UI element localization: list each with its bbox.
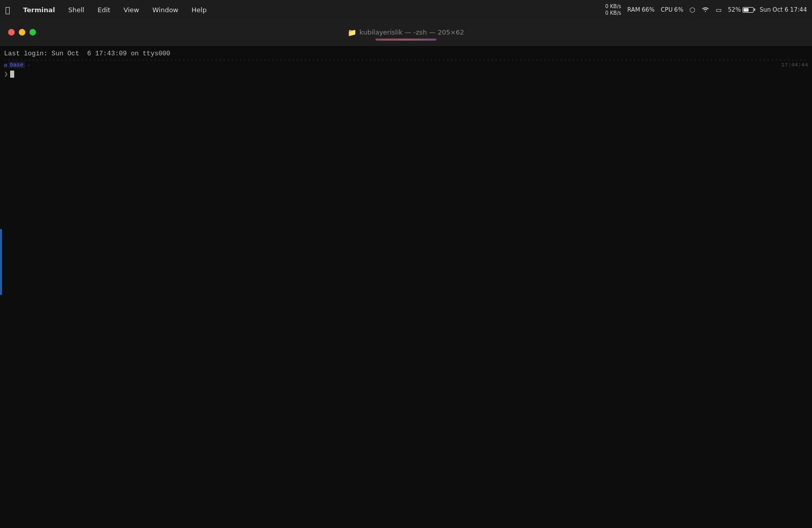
menu-window[interactable]: Window <box>150 5 180 15</box>
network-stats: 0 KB/s 0 KB/s <box>605 3 622 16</box>
menubar:  Terminal Shell Edit View Window Help 0… <box>0 0 812 19</box>
menu-terminal[interactable]: Terminal <box>21 5 57 15</box>
network-download: 0 KB/s <box>605 10 622 16</box>
terminal-window: 📁 kubilayerislik — -zsh — 205×62 Last lo… <box>0 19 812 528</box>
ram-status: RAM 66% <box>627 6 655 13</box>
left-accent-bar <box>0 229 2 295</box>
inline-status: ⊞ base - 17:44:44 <box>4 61 808 69</box>
title-bar: 📁 kubilayerislik — -zsh — 205×62 <box>0 19 812 46</box>
ram-label: RAM <box>627 6 640 13</box>
maximize-button[interactable] <box>29 29 36 36</box>
apple-menu-icon[interactable]:  <box>5 5 10 15</box>
prompt-dash: - <box>27 62 30 68</box>
prompt-arrow: ❯ <box>4 70 8 78</box>
menu-view[interactable]: View <box>121 5 141 15</box>
battery-icon <box>742 7 754 13</box>
last-login-line: Last login: Sun Oct 6 17:43:09 on ttys00… <box>4 49 808 59</box>
screen-mirror-icon[interactable]: ▭ <box>716 6 722 14</box>
tab-hint <box>376 39 436 41</box>
conda-env-label: base <box>9 62 25 68</box>
menu-edit[interactable]: Edit <box>95 5 112 15</box>
traffic-lights <box>8 29 36 36</box>
conda-icon: ⊞ <box>4 62 8 69</box>
network-upload: 0 KB/s <box>605 3 622 10</box>
menu-shell[interactable]: Shell <box>66 5 86 15</box>
cursor <box>10 71 14 78</box>
battery-status: 52% <box>728 6 754 13</box>
window-title-area: 📁 kubilayerislik — -zsh — 205×62 <box>348 28 464 37</box>
time-display-inline: 17:44:44 <box>781 62 808 68</box>
datetime-display: Sun Oct 6 17:44 <box>760 6 807 13</box>
prompt-line[interactable]: ❯ <box>4 70 808 78</box>
cpu-label: CPU <box>661 6 672 13</box>
wifi-icon[interactable] <box>701 6 709 14</box>
window-title: kubilayerislik — -zsh — 205×62 <box>359 28 464 36</box>
battery-percentage: 52% <box>728 6 741 13</box>
terminal-content[interactable]: Last login: Sun Oct 6 17:43:09 on ttys00… <box>0 46 812 528</box>
bluetooth-icon[interactable]: ⬡ <box>690 6 695 14</box>
cpu-value: 6% <box>674 6 683 13</box>
ram-value: 66% <box>641 6 655 13</box>
minimize-button[interactable] <box>19 29 25 36</box>
menu-help[interactable]: Help <box>190 5 209 15</box>
separator-line <box>4 60 808 60</box>
folder-icon: 📁 <box>348 28 356 37</box>
cpu-status: CPU 6% <box>661 6 684 13</box>
close-button[interactable] <box>8 29 15 36</box>
